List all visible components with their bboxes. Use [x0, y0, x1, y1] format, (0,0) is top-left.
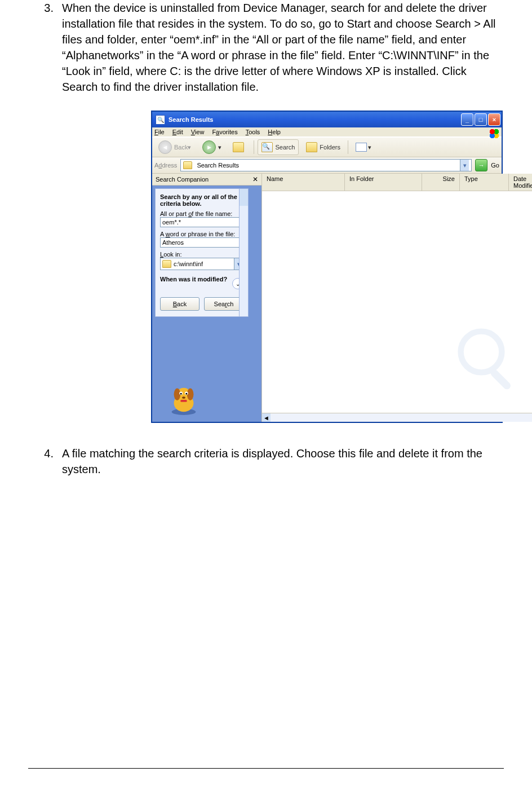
step-text: A file matching the search criteria is d…	[62, 445, 504, 477]
criteria-heading: Search by any or all of the criteria bel…	[160, 193, 237, 207]
doc-step-3: 3. When the device is uninstalled from D…	[28, 0, 504, 95]
folders-button[interactable]: Folders	[302, 139, 344, 155]
views-button[interactable]: ▾	[352, 139, 375, 155]
minimize-button[interactable]: _	[461, 113, 473, 126]
doc-step-4: 4. A file matching the search criteria i…	[28, 445, 504, 477]
svg-point-9	[182, 396, 185, 399]
svg-point-4	[187, 389, 194, 400]
folder-icon	[183, 161, 192, 169]
window-title: Search Results	[169, 116, 213, 123]
step-number: 4.	[28, 445, 62, 477]
svg-rect-10	[180, 400, 187, 402]
col-date[interactable]: Date Modified	[509, 174, 532, 191]
menu-favorites[interactable]: Favorites	[212, 129, 237, 135]
svg-point-8	[185, 393, 187, 395]
search-criteria-card: Search by any or all of the criteria bel…	[155, 188, 249, 317]
lookin-dropdown[interactable]: c:\winnt\inf ▾	[160, 258, 243, 270]
search-companion-header: Search Companion ✕	[152, 174, 261, 186]
close-pane-icon[interactable]: ✕	[252, 175, 258, 183]
toolbar: ◄Back ▾ ►▾ 🔍Search Folders ▾	[152, 137, 502, 157]
go-label: Go	[491, 162, 499, 169]
col-name[interactable]: Name	[262, 174, 345, 191]
modified-label: When was it modified?	[160, 276, 227, 283]
horizontal-scrollbar[interactable]: ◄ ►	[262, 413, 532, 422]
menu-tools[interactable]: Tools	[246, 129, 260, 135]
search-button[interactable]: 🔍Search	[258, 139, 299, 155]
results-pane: Name In Folder Size Type Date Modified ◄…	[262, 174, 532, 422]
go-button[interactable]: →	[475, 159, 487, 171]
menu-file[interactable]: File	[154, 129, 165, 135]
back-button[interactable]: ◄Back ▾	[154, 139, 195, 155]
svg-point-3	[174, 389, 181, 400]
lookin-label: Look in:	[160, 251, 243, 258]
column-headers: Name In Folder Size Type Date Modified	[262, 174, 532, 191]
footer-divider	[28, 768, 504, 769]
address-dropdown-icon[interactable]: ▾	[460, 160, 469, 171]
col-infolder[interactable]: In Folder	[345, 174, 422, 191]
address-label: Address	[154, 162, 177, 169]
search-dog-icon[interactable]	[166, 381, 201, 416]
phrase-label: A word or phrase in the file:	[160, 231, 243, 237]
col-type[interactable]: Type	[460, 174, 509, 191]
back-button[interactable]: Back	[160, 297, 200, 311]
filename-input[interactable]	[160, 217, 243, 227]
folder-icon	[162, 260, 171, 268]
results-list[interactable]	[262, 191, 532, 413]
windows-flag-icon	[489, 129, 499, 139]
menu-bar: File Edit View Favorites Tools Help	[152, 127, 502, 137]
magnifying-glass-icon	[452, 323, 525, 396]
forward-button[interactable]: ►▾	[198, 139, 225, 155]
scrollbar[interactable]	[239, 189, 248, 316]
address-bar: Address Search Results ▾ → Go	[152, 157, 502, 174]
step-number: 3.	[28, 0, 62, 95]
address-input[interactable]: Search Results ▾	[180, 159, 472, 171]
menu-view[interactable]: View	[191, 129, 205, 135]
scroll-left-icon[interactable]: ◄	[262, 413, 271, 422]
step-text: When the device is uninstalled from Devi…	[62, 0, 504, 95]
svg-point-11	[460, 332, 502, 373]
search-app-icon: 🔍	[156, 115, 165, 125]
menu-help[interactable]: Help	[268, 129, 281, 135]
maximize-button[interactable]: □	[475, 113, 487, 126]
search-results-window: 🔍 Search Results _ □ × File Edit View Fa…	[151, 111, 503, 423]
title-bar[interactable]: 🔍 Search Results _ □ ×	[152, 112, 502, 127]
up-button[interactable]	[229, 139, 250, 155]
address-value: Search Results	[197, 162, 239, 169]
col-size[interactable]: Size	[422, 174, 460, 191]
close-button[interactable]: ×	[488, 113, 500, 126]
phrase-input[interactable]	[160, 237, 243, 248]
svg-rect-12	[489, 368, 512, 391]
search-button[interactable]: Search	[204, 297, 243, 311]
menu-edit[interactable]: Edit	[172, 129, 183, 135]
svg-point-7	[180, 393, 182, 395]
filename-label: All or part of the file name:	[160, 210, 243, 217]
search-companion-pane: Search Companion ✕ Search by any or all …	[152, 174, 262, 422]
